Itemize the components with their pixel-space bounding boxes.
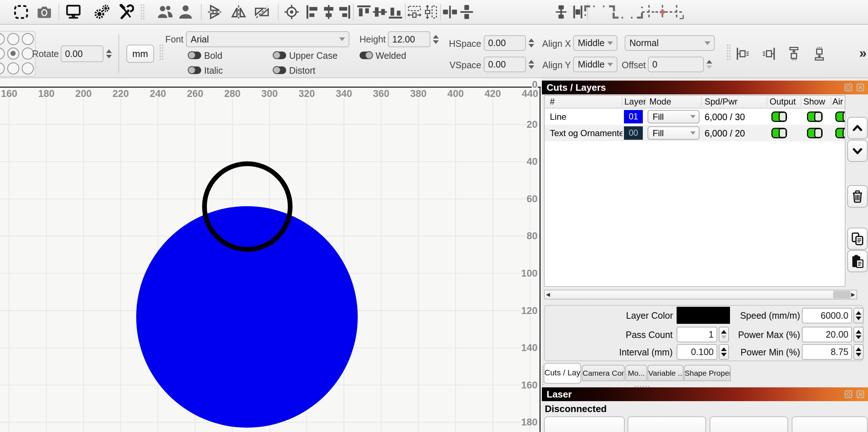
layer-name[interactable]: Text og Ornamenter — [550, 128, 622, 138]
laser-action-button[interactable] — [628, 416, 706, 432]
panel-tab-shapeproper[interactable]: Shape Proper... — [684, 365, 731, 381]
power-max-input[interactable]: 20.00 — [802, 327, 852, 342]
move-laser-to-center-icon[interactable] — [654, 4, 670, 20]
anchor-middle-left[interactable] — [0, 48, 5, 60]
text-mode-select[interactable]: Normal — [625, 35, 715, 51]
align-right-icon[interactable] — [336, 4, 352, 20]
welded-toggle[interactable] — [360, 52, 373, 59]
layer-paste-button[interactable] — [847, 250, 868, 272]
offset-spin-buttons[interactable] — [704, 57, 715, 72]
anchor-top-left[interactable] — [0, 33, 5, 45]
layer-output-toggle[interactable] — [771, 111, 787, 122]
anchor-top-center[interactable] — [7, 33, 19, 45]
interval-input[interactable]: 0.100 — [677, 344, 717, 360]
laser-titlebar[interactable]: Laser — [542, 387, 868, 401]
scroll-left-icon[interactable]: ◀ — [545, 290, 551, 299]
power-min-input[interactable]: 8.75 — [802, 344, 852, 360]
tools-icon[interactable] — [118, 4, 134, 20]
height-input[interactable]: 12.00 — [388, 31, 430, 47]
anchor-middle-center[interactable] — [7, 48, 19, 60]
panel-tab-cameracon[interactable]: Camera Con... — [582, 365, 625, 381]
layer-air-toggle[interactable] — [835, 128, 845, 138]
monitor-icon[interactable] — [65, 4, 81, 20]
align-middle-horizontal-icon[interactable] — [372, 4, 388, 20]
layer-row[interactable]: Line01Fill6,000 / 30 — [545, 109, 845, 125]
push-up-icon[interactable] — [786, 46, 802, 62]
camera-icon[interactable] — [36, 4, 52, 20]
layer-mode-select[interactable]: Fill — [648, 126, 699, 140]
pass-count-input[interactable]: 1 — [677, 327, 717, 342]
layer-show-toggle[interactable] — [807, 111, 823, 122]
match-width-icon[interactable] — [442, 4, 458, 20]
scroll-right-icon[interactable]: ▶ — [850, 290, 856, 299]
bold-toggle[interactable] — [188, 52, 201, 59]
layer-output-toggle[interactable] — [771, 128, 787, 138]
align-bottom-icon[interactable] — [388, 4, 403, 20]
rotate-spin-buttons[interactable] — [104, 45, 114, 62]
layer-air-toggle[interactable] — [835, 111, 845, 122]
panel-tab-variable[interactable]: Variable ... — [648, 365, 684, 381]
layer-show-toggle[interactable] — [807, 128, 823, 138]
italic-toggle[interactable] — [188, 66, 201, 74]
users-group-icon[interactable] — [157, 4, 173, 20]
layer-move-down-button[interactable] — [847, 140, 868, 162]
font-family-select[interactable]: Arial — [186, 31, 349, 47]
layer-color-swatch[interactable] — [677, 307, 730, 324]
toolbar-drag-handle[interactable] — [140, 4, 145, 20]
distort-toggle[interactable] — [273, 66, 286, 74]
anchor-top-right[interactable] — [22, 33, 34, 45]
scrollbar-thumb[interactable] — [833, 291, 851, 298]
layer-number-swatch[interactable]: 01 — [624, 110, 643, 123]
float-window-icon[interactable] — [844, 83, 853, 92]
layer-copy-button[interactable] — [847, 228, 868, 250]
move-h-together-icon[interactable] — [553, 4, 569, 20]
distribute-hspace-icon[interactable] — [406, 4, 422, 20]
speed-spin-buttons[interactable] — [853, 308, 864, 323]
laser-action-button[interactable] — [710, 416, 788, 432]
move-to-corner-bl-icon[interactable] — [611, 4, 627, 20]
toolbar-drag-handle[interactable] — [159, 44, 164, 61]
layer-number-swatch[interactable]: 00 — [624, 126, 643, 140]
offset-input[interactable]: 0 — [648, 57, 704, 72]
layer-speed-power[interactable]: 6,000 / 20 — [705, 128, 745, 139]
push-down-icon[interactable] — [811, 46, 827, 62]
flip-vertical-icon[interactable] — [207, 4, 223, 20]
cuts-layers-titlebar[interactable]: Cuts / Layers — [542, 81, 868, 94]
layer-speed-power[interactable]: 6,000 / 30 — [705, 112, 745, 122]
layer-row[interactable]: Text og Ornamenter00Fill6,000 / 20 — [545, 125, 845, 141]
laser-action-button[interactable] — [792, 416, 868, 432]
distribute-vspace-icon[interactable] — [423, 4, 439, 20]
panel-tab-mo[interactable]: Mo... — [625, 365, 647, 381]
align-top-icon[interactable] — [356, 4, 372, 20]
hspace-input[interactable]: 0.00 — [484, 35, 526, 51]
units-button[interactable]: mm — [126, 45, 154, 63]
push-left-icon[interactable] — [735, 46, 751, 62]
position-target-icon[interactable] — [284, 4, 300, 20]
layer-name[interactable]: Line — [550, 112, 566, 122]
speed-input[interactable]: 6000.0 — [802, 308, 852, 323]
anchor-bottom-center[interactable] — [7, 62, 19, 74]
align-x-select[interactable]: Middle — [573, 35, 617, 51]
selection-frame-icon[interactable] — [13, 4, 29, 20]
anchor-bottom-left[interactable] — [0, 62, 5, 74]
layer-delete-button[interactable] — [847, 185, 868, 208]
anchor-bottom-right[interactable] — [22, 62, 34, 74]
move-to-corner-tl-icon[interactable] — [583, 4, 599, 20]
user-icon[interactable] — [178, 4, 194, 20]
power-max-spin-buttons[interactable] — [853, 327, 864, 342]
align-left-icon[interactable] — [305, 4, 321, 20]
toolbar-overflow-chevron[interactable]: » — [859, 47, 867, 60]
align-center-vertical-icon[interactable] — [321, 4, 337, 20]
panel-tab-cutslay[interactable]: Cuts / Lay... — [544, 363, 581, 384]
move-to-position-icon[interactable] — [669, 4, 685, 20]
settings-gears-icon[interactable] — [94, 4, 110, 20]
match-height-icon[interactable] — [459, 4, 475, 20]
partial-shape-icon[interactable] — [0, 4, 9, 20]
shear-icon[interactable] — [254, 4, 270, 20]
rotate-input[interactable]: 0.00 — [61, 45, 104, 62]
workspace-canvas[interactable]: 1601802002202402602803003203403603804004… — [0, 78, 542, 432]
vspace-input[interactable]: 0.00 — [484, 57, 526, 72]
upper-case-toggle[interactable] — [273, 52, 286, 59]
power-min-spin-buttons[interactable] — [853, 344, 864, 360]
flip-horizontal-icon[interactable] — [231, 4, 247, 20]
